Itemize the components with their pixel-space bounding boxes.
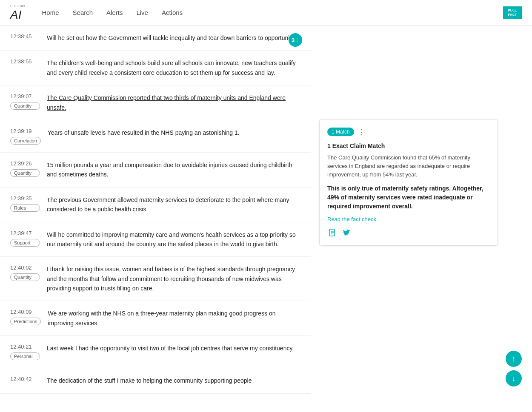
timestamp: 12:40:02: [10, 264, 40, 271]
statement-row: 12:39:07QuantityThe Care Quality Commiss…: [0, 85, 311, 120]
time-col: 12:39:19Correlation: [10, 128, 41, 145]
nav-alerts[interactable]: Alerts: [106, 7, 123, 18]
time-col: 12:39:26Quantity: [10, 160, 40, 179]
logo-area: Full Fact AI: [10, 4, 25, 21]
time-col: 12:39:07Quantity: [10, 93, 40, 112]
statement-row: 12:38:55The children's well-being and sc…: [0, 51, 311, 85]
scroll-up-button[interactable]: ↑: [506, 351, 522, 367]
time-col: 12:38:45: [10, 33, 40, 43]
statement-row: 12:39:35RulesThe previous Government all…: [0, 188, 311, 222]
statement-row: 12:39:19CorrelationYears of unsafe level…: [0, 120, 311, 153]
time-col: 12:40:21Personal: [10, 344, 40, 360]
time-col: 12:40:42: [10, 376, 40, 385]
statement-text: The children's well-being and schools bu…: [47, 58, 300, 77]
statement-tag: Support: [10, 239, 40, 247]
right-panel: 1 Match ⋮ 1 Exact Claim Match The Care Q…: [311, 26, 506, 412]
statement-row: 12:38:45Will he set out how the Governme…: [0, 26, 311, 51]
statement-text[interactable]: The Care Quality Commission reported tha…: [47, 93, 300, 112]
fact-card: 1 Match ⋮ 1 Exact Claim Match The Care Q…: [319, 119, 498, 246]
statement-tag: Rules: [10, 204, 40, 212]
statements-list: 12:38:45Will he set out how the Governme…: [0, 26, 311, 412]
statement-text: I thank for raising this issue, women an…: [47, 264, 300, 293]
time-col: 12:40:09Predictions: [10, 309, 41, 328]
timestamp: 12:39:07: [10, 93, 40, 99]
fact-share-icons: [327, 227, 490, 238]
statement-text: Last week I had the opportunity to visit…: [47, 344, 300, 360]
logo-ai: AI: [10, 9, 25, 21]
timestamp: 12:38:55: [10, 58, 40, 65]
time-col: 12:38:55: [10, 58, 40, 77]
statement-row: 12:40:42The dedication of the stuff I ma…: [0, 368, 311, 393]
nav-live[interactable]: Live: [136, 7, 148, 18]
statement-text: The previous Government allowed maternit…: [47, 195, 300, 214]
timestamp: 12:39:35: [10, 195, 40, 202]
timestamp: 12:40:42: [10, 376, 40, 382]
time-col: 12:39:47Support: [10, 230, 40, 249]
match-dots-menu[interactable]: ⋮: [358, 127, 365, 136]
match-badge[interactable]: 3⋮: [289, 33, 302, 47]
fact-body: The Care Quality Commission found that 6…: [327, 153, 490, 179]
statement-text: Will he set out how the Government will …: [47, 33, 300, 43]
time-col: 12:40:02Quantity: [10, 264, 40, 293]
timestamp: 12:38:45: [10, 33, 40, 40]
statement-text: The dedication of the stuff I make to he…: [47, 376, 300, 385]
fact-card-header: 1 Match ⋮: [327, 127, 490, 136]
fact-title: 1 Exact Claim Match: [327, 142, 490, 149]
timestamp: 12:40:21: [10, 344, 40, 350]
header: Full Fact AI Home Search Alerts Live Act…: [0, 0, 532, 26]
twitter-icon[interactable]: [342, 227, 352, 238]
statement-row: 12:40:02QuantityI thank for raising this…: [0, 257, 311, 301]
statement-row: 12:39:47SupportWill he committed to impr…: [0, 222, 311, 257]
statement-text: 15 million pounds a year and compensatio…: [47, 160, 300, 179]
statement-tag: Predictions: [10, 318, 41, 325]
match-pill: 1 Match: [327, 128, 354, 136]
statement-tag: Quantity: [10, 102, 40, 110]
statement-row: 12:40:21PersonalLast week I had the oppo…: [0, 336, 311, 368]
time-col: 12:39:35Rules: [10, 195, 40, 214]
statement-text: Will he committed to improving maternity…: [47, 230, 300, 249]
nav-arrows: ↑ ↓: [506, 351, 522, 386]
statement-tag: Correlation: [10, 137, 41, 145]
logo-small-text: Full Fact: [10, 4, 25, 8]
nav-home[interactable]: Home: [42, 7, 59, 18]
timestamp: 12:39:47: [10, 230, 40, 236]
timestamp: 12:39:19: [10, 128, 41, 134]
timestamp: 12:40:09: [10, 309, 41, 315]
nav-search[interactable]: Search: [73, 7, 93, 18]
statement-row: 12:40:09PredictionsWe are working with t…: [0, 301, 311, 336]
statement-row: 12:39:26Quantity15 million pounds a year…: [0, 153, 311, 188]
nav-actions[interactable]: Actions: [162, 7, 183, 18]
read-fact-check-link[interactable]: Read the fact check: [327, 216, 490, 222]
fullfact-logo-right: FULL FACT: [503, 6, 522, 19]
statement-text: We are working with the NHS on a three-y…: [48, 309, 300, 328]
statement-tag: Quantity: [10, 169, 40, 177]
statement-tag: Personal: [10, 352, 40, 360]
main-layout: 12:38:45Will he set out how the Governme…: [0, 26, 532, 412]
fact-verdict: This is only true of maternity safety ra…: [327, 184, 490, 211]
statement-tag: Quantity: [10, 273, 40, 281]
document-icon[interactable]: [327, 227, 338, 238]
statement-text: Years of unsafe levels have resulted in …: [48, 128, 300, 145]
scroll-down-button[interactable]: ↓: [506, 370, 522, 386]
timestamp: 12:39:26: [10, 160, 40, 167]
main-nav: Home Search Alerts Live Actions: [42, 7, 503, 18]
